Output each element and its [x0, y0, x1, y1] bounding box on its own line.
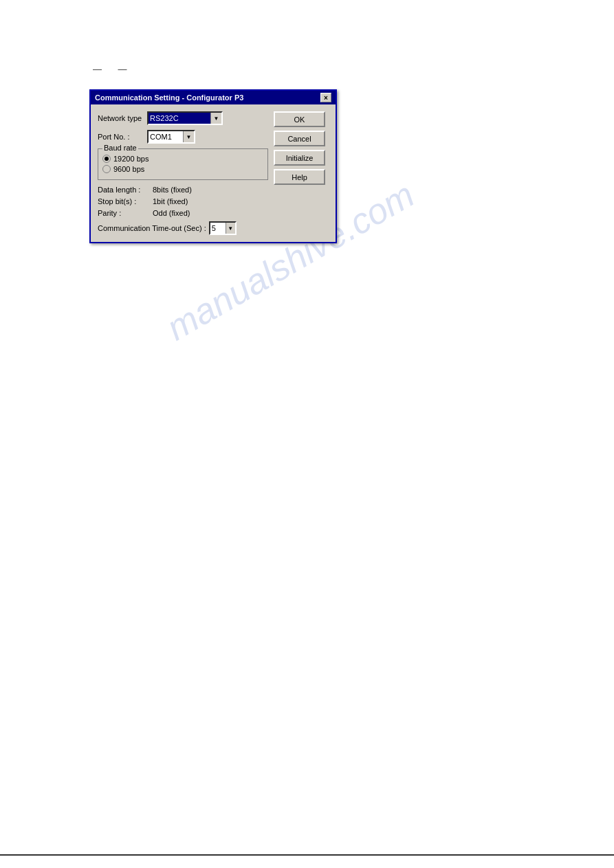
- dialog-titlebar: Communication Setting - Configurator P3 …: [91, 91, 336, 104]
- timeout-row: Communication Time-out (Sec) : 5 ▼: [98, 221, 268, 235]
- network-type-value: RS232C: [150, 114, 220, 122]
- baud-9600-radio[interactable]: [102, 165, 111, 173]
- timeout-dropdown-arrow[interactable]: ▼: [226, 223, 235, 234]
- ok-button[interactable]: OK: [274, 111, 325, 127]
- data-length-row: Data length : 8bits (fixed): [98, 186, 268, 194]
- page: — — manualshive.com Communication Settin…: [0, 0, 614, 868]
- stop-bits-label: Stop bit(s) :: [98, 197, 153, 205]
- baud-19200-radio[interactable]: [102, 155, 111, 163]
- stop-bits-value: 1bit (fixed): [153, 197, 188, 205]
- timeout-label: Communication Time-out (Sec) :: [98, 224, 206, 232]
- parity-row: Parity : Odd (fixed): [98, 209, 268, 217]
- stop-bits-row: Stop bit(s) : 1bit (fixed): [98, 197, 268, 205]
- network-type-label: Network type: [98, 114, 147, 122]
- top-dashes: — —: [93, 64, 134, 74]
- help-label: Help: [292, 173, 307, 181]
- baud-rate-group: Baud rate 19200 bps 9600 bps: [98, 148, 268, 180]
- parity-value: Odd (fixed): [153, 209, 190, 217]
- parity-label: Parity :: [98, 209, 153, 217]
- network-type-dropdown-arrow[interactable]: ▼: [210, 113, 221, 124]
- port-label: Port No. :: [98, 133, 147, 141]
- baud-9600-row[interactable]: 9600 bps: [102, 165, 263, 173]
- network-type-select[interactable]: RS232C ▼: [147, 111, 223, 125]
- dialog-right-section: OK Cancel Initialize Help: [274, 111, 329, 235]
- ok-label: OK: [294, 115, 305, 124]
- bottom-line: [0, 854, 614, 856]
- dialog-title: Communication Setting - Configurator P3: [95, 93, 320, 102]
- port-select[interactable]: COM1 ▼: [147, 130, 195, 144]
- timeout-select[interactable]: 5 ▼: [209, 221, 237, 235]
- baud-9600-label: 9600 bps: [113, 165, 144, 173]
- dialog-left-section: Network type RS232C ▼ Port No. : COM1 ▼: [98, 111, 268, 235]
- baud-19200-row[interactable]: 19200 bps: [102, 155, 263, 163]
- initialize-button[interactable]: Initialize: [274, 150, 325, 166]
- initialize-label: Initialize: [286, 154, 314, 162]
- baud-rate-legend: Baud rate: [102, 144, 138, 152]
- data-length-label: Data length :: [98, 186, 153, 194]
- communication-setting-dialog: Communication Setting - Configurator P3 …: [89, 89, 337, 243]
- port-dropdown-arrow[interactable]: ▼: [183, 131, 194, 142]
- port-number-row: Port No. : COM1 ▼: [98, 130, 268, 144]
- network-type-row: Network type RS232C ▼: [98, 111, 268, 125]
- dialog-body: Network type RS232C ▼ Port No. : COM1 ▼: [91, 104, 336, 242]
- baud-19200-label: 19200 bps: [113, 155, 149, 163]
- help-button[interactable]: Help: [274, 169, 325, 185]
- cancel-label: Cancel: [287, 135, 311, 143]
- timeout-value: 5: [212, 224, 216, 232]
- data-length-value: 8bits (fixed): [153, 186, 192, 194]
- cancel-button[interactable]: Cancel: [274, 131, 325, 146]
- dialog-close-button[interactable]: ×: [320, 93, 331, 102]
